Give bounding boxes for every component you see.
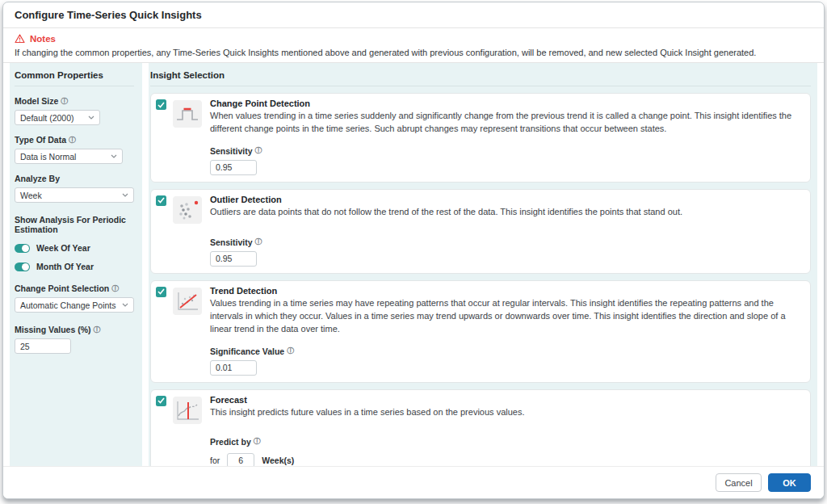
periodic-estimation-header: Show Analysis For Periodic Estimation <box>15 215 134 234</box>
common-properties-title: Common Properties <box>15 63 134 86</box>
ok-button[interactable]: OK <box>768 473 811 492</box>
analyze-by-dropdown[interactable]: Week <box>15 187 134 203</box>
model-size-value: Default (2000) <box>20 113 74 123</box>
info-icon[interactable]: ⓘ <box>111 285 119 292</box>
notes-section: Notes If changing the common properties,… <box>3 28 824 63</box>
predict-row: for Week(s) <box>210 453 802 466</box>
card-description: When values trending in a time series su… <box>210 110 802 136</box>
sensitivity-label: Sensitivity <box>210 146 253 156</box>
change-point-selection-dropdown[interactable]: Automatic Change Points <box>15 297 134 313</box>
card-description: Outliers are data points that do not fol… <box>210 206 802 219</box>
type-of-data-label: Type Of Data <box>15 135 66 145</box>
sensitivity-input[interactable] <box>210 251 257 267</box>
predict-by-input[interactable] <box>227 453 254 466</box>
outlier-detection-card: Outlier Detection Outliers are data poin… <box>150 189 811 274</box>
chevron-down-icon <box>88 116 94 120</box>
outlier-detection-checkbox[interactable] <box>156 195 166 206</box>
trend-detection-checkbox[interactable] <box>156 287 166 297</box>
change-point-detection-checkbox[interactable] <box>156 99 166 110</box>
chevron-down-icon <box>122 303 128 307</box>
info-icon[interactable]: ⓘ <box>254 438 261 445</box>
change-point-selection-value: Automatic Change Points <box>20 300 115 310</box>
trend-icon <box>173 288 202 315</box>
dialog-title: Configure Time-Series Quick Insights <box>15 9 202 21</box>
missing-values-label: Missing Values (%) <box>15 325 91 334</box>
month-of-year-toggle[interactable] <box>15 262 30 271</box>
chevron-down-icon <box>111 154 117 158</box>
forecast-icon <box>173 397 202 424</box>
forecast-checkbox[interactable] <box>156 396 166 406</box>
type-of-data-value: Data is Normal <box>20 152 76 162</box>
outlier-icon <box>173 196 202 224</box>
trend-detection-card: Trend Detection Values trending in a tim… <box>150 280 811 383</box>
change-point-selection-label: Change Point Selection <box>15 284 109 293</box>
notes-label: Notes <box>30 34 56 44</box>
for-label: for <box>210 456 220 465</box>
cancel-button[interactable]: Cancel <box>716 473 762 492</box>
insight-selection-title: Insight Selection <box>150 63 811 86</box>
info-icon[interactable]: ⓘ <box>94 326 101 334</box>
footer-bar: Cancel OK <box>3 466 824 498</box>
month-of-year-row: Month Of Year <box>15 262 134 271</box>
info-icon[interactable]: ⓘ <box>255 238 262 246</box>
card-title: Trend Detection <box>210 286 802 296</box>
card-description: This insight predicts future values in a… <box>210 406 802 419</box>
weeks-unit-label: Week(s) <box>262 456 294 465</box>
info-icon[interactable]: ⓘ <box>61 98 68 105</box>
sensitivity-input[interactable] <box>210 160 257 175</box>
card-title: Forecast <box>210 395 802 405</box>
analyze-by-value: Week <box>20 191 42 200</box>
notes-text: If changing the common properties, any T… <box>15 48 812 57</box>
card-description: Values trending in a time series may hav… <box>210 297 802 336</box>
week-of-year-label: Week Of Year <box>36 243 90 253</box>
forecast-card: Forecast This insight predicts future va… <box>150 389 811 466</box>
month-of-year-label: Month Of Year <box>36 262 94 271</box>
common-properties-panel: Common Properties Model Size ⓘ Default (… <box>10 63 142 466</box>
significance-value-input[interactable] <box>210 360 257 376</box>
change-point-icon <box>173 100 202 128</box>
week-of-year-toggle[interactable] <box>15 244 30 253</box>
info-icon[interactable]: ⓘ <box>69 136 76 144</box>
card-title: Change Point Detection <box>210 99 802 108</box>
model-size-label: Model Size <box>15 96 58 106</box>
warning-icon <box>15 34 25 44</box>
card-title: Outlier Detection <box>210 195 802 204</box>
main-area: Common Properties Model Size ⓘ Default (… <box>3 63 824 466</box>
sensitivity-label: Sensitivity <box>210 237 253 247</box>
significance-value-label: Significance Value <box>210 346 284 356</box>
info-icon[interactable]: ⓘ <box>255 147 262 154</box>
missing-values-input[interactable] <box>15 338 71 354</box>
predict-by-label: Predict by <box>210 437 251 447</box>
change-point-detection-card: Change Point Detection When values trend… <box>150 93 811 183</box>
insight-selection-panel: Insight Selection Change Point Detection… <box>149 63 817 466</box>
week-of-year-row: Week Of Year <box>15 243 134 253</box>
info-icon[interactable]: ⓘ <box>287 347 294 355</box>
chevron-down-icon <box>122 193 128 197</box>
analyze-by-label: Analyze By <box>15 174 60 183</box>
model-size-dropdown[interactable]: Default (2000) <box>15 110 100 125</box>
configure-dialog: Configure Time-Series Quick Insights Not… <box>2 2 825 499</box>
type-of-data-dropdown[interactable]: Data is Normal <box>15 149 123 164</box>
title-bar: Configure Time-Series Quick Insights <box>3 2 824 28</box>
